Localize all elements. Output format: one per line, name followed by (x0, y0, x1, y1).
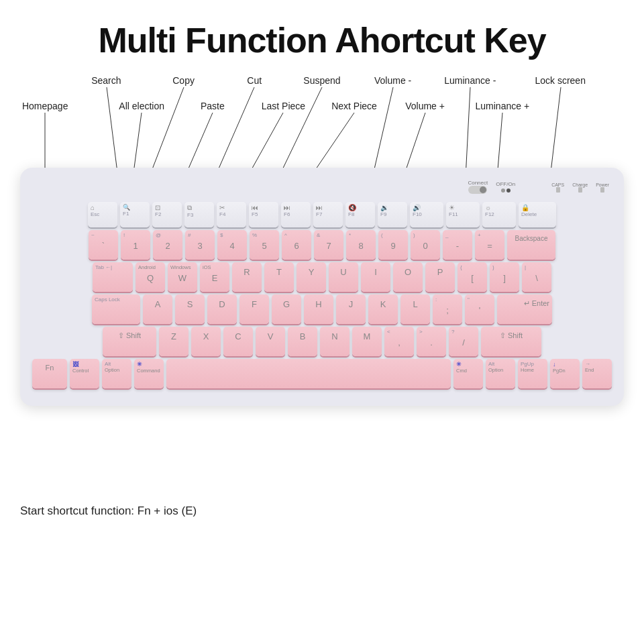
label-all-election: All election (119, 101, 164, 111)
key-n[interactable]: N (320, 327, 350, 356)
key-command-left[interactable]: ✳ Command (134, 359, 164, 388)
key-f6[interactable]: ⏭ F6 (281, 202, 311, 227)
caps-label: CAPS (551, 182, 564, 193)
key-rbracket[interactable]: } ] (490, 262, 519, 292)
diagram-area: Search Copy Cut Suspend Volume - Luminan… (0, 74, 644, 530)
key-comma[interactable]: < , (384, 327, 414, 356)
key-command-right[interactable]: ✳ Cmd (453, 359, 483, 388)
key-i[interactable]: I (361, 262, 390, 292)
label-paste: Paste (201, 101, 225, 111)
key-period[interactable]: > . (417, 327, 446, 356)
key-2[interactable]: @ 2 (153, 230, 182, 260)
key-alt-left[interactable]: Alt Option (102, 359, 131, 388)
key-h[interactable]: H (304, 294, 333, 324)
label-suspend: Suspend (303, 75, 340, 86)
key-o[interactable]: O (393, 262, 423, 292)
label-volume-plus: Volume + (405, 101, 445, 111)
key-z[interactable]: Z (159, 327, 189, 356)
key-4[interactable]: $ 4 (217, 230, 247, 260)
connect-label: Connect (468, 180, 488, 195)
key-space[interactable] (166, 359, 451, 388)
key-semicolon[interactable]: : ; (433, 294, 462, 324)
label-last-piece: Last Piece (262, 101, 305, 111)
key-f3[interactable]: ⧉ F3 (184, 202, 214, 227)
key-s[interactable]: S (175, 294, 205, 324)
key-f9[interactable]: 🔉 F9 (378, 202, 407, 227)
key-9[interactable]: ( 9 (378, 230, 408, 260)
key-backtick[interactable]: ~ ` (89, 230, 118, 260)
key-q[interactable]: Android Q (136, 262, 165, 292)
label-lock-screen: Lock screen (535, 75, 585, 86)
key-j[interactable]: J (336, 294, 366, 324)
key-u[interactable]: U (329, 262, 358, 292)
key-f2[interactable]: ⊡ F2 (152, 202, 182, 227)
label-next-piece: Next Piece (331, 101, 377, 111)
key-backspace[interactable]: Backspace (507, 230, 555, 260)
key-f1[interactable]: 🔍 F1 (120, 202, 150, 227)
key-x[interactable]: X (191, 327, 221, 356)
key-g[interactable]: G (272, 294, 301, 324)
svg-line-0 (107, 87, 118, 178)
key-enter[interactable]: ↵ Enter (497, 294, 552, 324)
key-backslash[interactable]: | \ (522, 262, 551, 292)
keyboard: Connect OFF/On CAPS Charge Power (20, 168, 624, 406)
key-esc[interactable]: ⌂ Esc (88, 202, 117, 227)
key-f12[interactable]: ☼ F12 (482, 202, 516, 227)
label-luminance-plus: Luminance + (476, 101, 530, 111)
key-minus[interactable]: _ - (443, 230, 472, 260)
page-title: Multi Function Ahortcut Key (0, 0, 644, 67)
key-home[interactable]: PgUp Home (518, 359, 547, 388)
key-w[interactable]: Windows W (168, 262, 197, 292)
key-m[interactable]: M (352, 327, 382, 356)
key-a[interactable]: A (143, 294, 172, 324)
key-f4[interactable]: ✂ F4 (217, 202, 246, 227)
label-volume-minus: Volume - (374, 75, 411, 86)
key-8[interactable]: * 8 (346, 230, 376, 260)
key-lbracket[interactable]: { [ (458, 262, 487, 292)
key-7[interactable]: & 7 (314, 230, 343, 260)
key-shift-right[interactable]: ⇧ Shift (481, 327, 541, 356)
key-f[interactable]: F (239, 294, 269, 324)
key-6[interactable]: ^ 6 (282, 230, 311, 260)
number-row: ~ ` ! 1 @ 2 # 3 $ 4 % 5 (32, 230, 612, 260)
key-equals[interactable]: + = (475, 230, 504, 260)
key-fn[interactable]: Fn (32, 359, 67, 388)
key-f7[interactable]: ⏭ F7 (313, 202, 343, 227)
key-r[interactable]: R (232, 262, 262, 292)
svg-line-6 (550, 87, 561, 178)
key-e[interactable]: iOS E (200, 262, 229, 292)
bottom-row: Fn 🖼 Control Alt Option ✳ Command ✳ Cmd … (32, 359, 612, 388)
zxcv-row: ⇧ Shift Z X C V B N M < (32, 327, 612, 356)
key-slash[interactable]: ? / (449, 327, 478, 356)
key-f11[interactable]: ☀ F11 (446, 202, 480, 227)
key-f10[interactable]: 🔊 F10 (410, 202, 443, 227)
key-capslock[interactable]: Caps Lock (92, 294, 140, 324)
key-shift-left[interactable]: ⇧ Shift (103, 327, 156, 356)
key-v[interactable]: V (256, 327, 285, 356)
key-0[interactable]: ) 0 (411, 230, 440, 260)
key-quote[interactable]: " ' (465, 294, 494, 324)
key-b[interactable]: B (288, 327, 317, 356)
key-t[interactable]: T (264, 262, 294, 292)
top-controls: Connect OFF/On CAPS Charge Power (32, 180, 612, 195)
key-f5[interactable]: ⏮ F5 (249, 202, 278, 227)
key-y[interactable]: Y (297, 262, 326, 292)
qwerty-row: Tab ←| Android Q Windows W iOS E R T (32, 262, 612, 292)
key-pgdn[interactable]: ↓ PgDn (550, 359, 580, 388)
key-tab[interactable]: Tab ←| (93, 262, 133, 292)
power-label: OFF/On (496, 181, 515, 194)
key-k[interactable]: K (368, 294, 398, 324)
key-c[interactable]: C (223, 327, 253, 356)
charge-label: Charge (572, 182, 588, 193)
key-p[interactable]: P (425, 262, 455, 292)
key-f8[interactable]: 🔇 F8 (345, 202, 375, 227)
key-3[interactable]: # 3 (185, 230, 215, 260)
key-end[interactable]: → End (582, 359, 612, 388)
key-5[interactable]: % 5 (250, 230, 279, 260)
key-ctrl[interactable]: 🖼 Control (70, 359, 99, 388)
key-alt-right[interactable]: Alt Option (486, 359, 515, 388)
key-1[interactable]: ! 1 (121, 230, 150, 260)
key-d[interactable]: D (207, 294, 237, 324)
key-delete[interactable]: 🔒 Delete (519, 202, 556, 227)
key-l[interactable]: L (400, 294, 430, 324)
